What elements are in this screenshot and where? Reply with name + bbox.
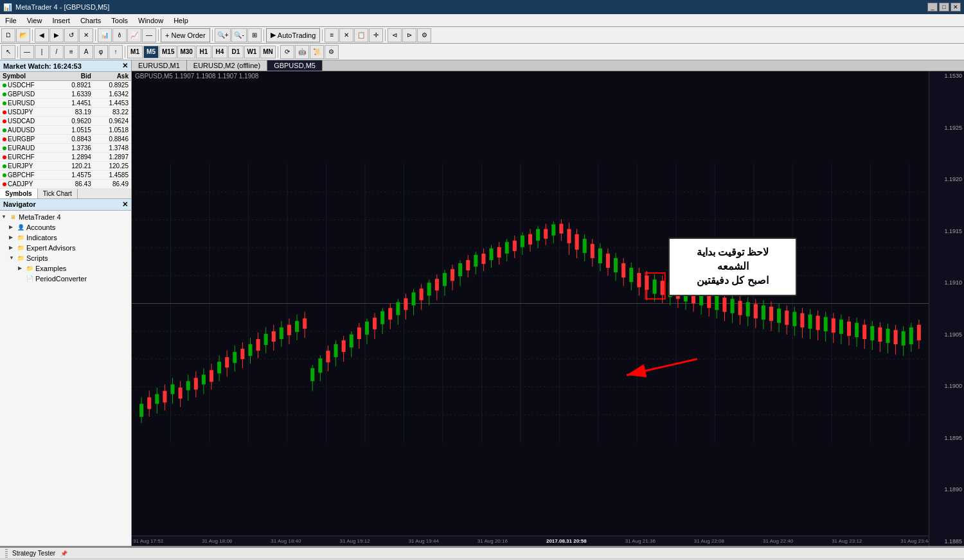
nav-item-indicators[interactable]: ▶ 📁 Indicators (0, 232, 131, 243)
chart-candle[interactable]: 🕯 (112, 28, 127, 42)
chart-line2[interactable]: — (142, 28, 156, 42)
indicators-button[interactable]: ≡ (325, 28, 339, 42)
scroll-right-button[interactable]: ⊳ (402, 28, 416, 42)
maximize-button[interactable]: □ (939, 3, 949, 12)
arrow-button[interactable]: ↑ (109, 45, 123, 59)
market-watch-row[interactable]: CADJPY 86.43 86.49 (0, 180, 131, 189)
menu-file[interactable]: File (0, 15, 22, 26)
annotation-line2: اصبح كل دفيقتين (697, 275, 769, 286)
zoom-in-button[interactable]: 🔍+ (215, 28, 231, 42)
market-watch-row[interactable]: AUDUSD 1.0515 1.0518 (0, 126, 131, 135)
hline-button[interactable]: — (20, 45, 34, 59)
scroll-left-button[interactable]: ⊲ (388, 28, 402, 42)
market-watch-row[interactable]: EURGBP 0.8843 0.8846 (0, 135, 131, 144)
st-pin-icon[interactable]: 📌 (60, 550, 67, 557)
remove-button[interactable]: ✕ (339, 28, 353, 42)
svg-rect-44 (186, 381, 190, 390)
tab-tick-chart[interactable]: Tick Chart (38, 189, 78, 198)
stop-button[interactable]: ✕ (79, 28, 93, 42)
navigator-close[interactable]: ✕ (122, 200, 128, 209)
navigator-title: Navigator (3, 200, 36, 209)
period-w1[interactable]: W1 (244, 46, 260, 58)
cursor-button[interactable]: ↖ (1, 45, 15, 59)
nav-item-accounts[interactable]: ▶ 👤 Accounts (0, 222, 131, 232)
new-button[interactable]: 🗋 (1, 28, 15, 42)
market-watch-row[interactable]: GBPCHF 1.4575 1.4585 (0, 171, 131, 180)
market-watch-row[interactable]: USDJPY 83.19 83.22 (0, 108, 131, 117)
toolbar-1: 🗋 📂 ◀ ▶ ↺ ✕ 📊 🕯 📈 — + New Order 🔍+ 🔍- ⊞ … (0, 27, 964, 44)
nav-item-examples[interactable]: ▶ 📁 Examples (0, 263, 131, 274)
tab-symbols[interactable]: Symbols (0, 189, 38, 198)
period-m15[interactable]: M15 (159, 46, 177, 58)
svg-rect-227 (894, 330, 898, 344)
chart-tab-eurusd-m2[interactable]: EURUSD,M2 (offline) (187, 60, 267, 71)
settings-button2[interactable]: ⚙ (417, 28, 431, 42)
templates-button[interactable]: 📋 (354, 28, 368, 42)
channel-button[interactable]: ≡ (64, 45, 78, 59)
chart-tab-eurusd-m1[interactable]: EURUSD,M1 (132, 60, 187, 71)
nav-item-mt4[interactable]: ▼ 🖥 MetaTrader 4 (0, 212, 131, 222)
menu-view[interactable]: View (22, 15, 48, 26)
auto-trading-button[interactable]: ▶ AutoTrading (266, 28, 321, 42)
market-watch-row[interactable]: EURAUD 1.3736 1.3748 (0, 144, 131, 153)
svg-rect-82 (334, 344, 338, 357)
period-mn[interactable]: MN (260, 46, 276, 58)
price-label-2: 1.1925 (929, 125, 964, 131)
properties-button[interactable]: ⊞ (247, 28, 262, 42)
svg-rect-229 (902, 331, 906, 346)
time-label-9: 31 Aug 22:08 (694, 538, 724, 544)
market-watch-row[interactable]: USDCAD 0.9620 0.9624 (0, 117, 131, 126)
market-watch-row[interactable]: EURUSD 1.4451 1.4453 (0, 99, 131, 108)
price-label-8: 1.1895 (929, 435, 964, 441)
period-m1[interactable]: M1 (127, 46, 143, 58)
folder-icon-scripts: 📁 (16, 254, 25, 263)
period-d1[interactable]: D1 (228, 46, 244, 58)
vline-button[interactable]: | (35, 45, 49, 59)
period-h4[interactable]: H4 (212, 46, 228, 58)
period-m30[interactable]: M30 (177, 46, 195, 58)
nav-item-scripts[interactable]: ▼ 📁 Scripts (0, 253, 131, 263)
tree-arrow-experts: ▶ (9, 245, 15, 251)
reload-button[interactable]: ↺ (64, 28, 78, 42)
chart-tab-gbpusd-m5[interactable]: GBPUSD,M5 (267, 60, 323, 71)
minimize-button[interactable]: _ (927, 3, 938, 12)
chart-line[interactable]: 📈 (127, 28, 141, 42)
menu-tools[interactable]: Tools (106, 15, 133, 26)
nav-item-experts[interactable]: ▶ 📁 Expert Advisors (0, 243, 131, 253)
new-order-button[interactable]: + New Order (161, 28, 210, 42)
sep8 (17, 46, 18, 58)
period-m5[interactable]: M5 (143, 46, 159, 58)
svg-rect-225 (886, 329, 889, 343)
menu-help[interactable]: Help (168, 15, 193, 26)
drag-handle[interactable] (5, 549, 8, 558)
back-button[interactable]: ◀ (35, 28, 49, 42)
scripts-button[interactable]: 📜 (310, 45, 324, 59)
fib-button[interactable]: φ (94, 45, 108, 59)
chart-bar[interactable]: 📊 (98, 28, 112, 42)
menu-insert[interactable]: Insert (47, 15, 75, 26)
zoom-out-button[interactable]: 🔍- (231, 28, 246, 42)
forward-button[interactable]: ▶ (49, 28, 64, 42)
bid-cell: 83.19 (57, 108, 94, 117)
menu-window[interactable]: Window (133, 15, 168, 26)
svg-rect-90 (365, 322, 369, 335)
market-watch-close[interactable]: ✕ (122, 62, 128, 70)
settings-button3[interactable]: ⚙ (325, 45, 339, 59)
market-watch-row[interactable]: GBPUSD 1.6339 1.6342 (0, 90, 131, 99)
text-button[interactable]: A (79, 45, 93, 59)
nav-item-periodconverter[interactable]: ▶ 📄 PeriodConverter (0, 274, 131, 284)
menu-charts[interactable]: Charts (75, 15, 106, 26)
market-watch-row[interactable]: EURCHF 1.2894 1.2897 (0, 153, 131, 162)
close-button[interactable]: ✕ (951, 3, 961, 12)
symbol-cell: AUDUSD (0, 126, 57, 135)
tline-button[interactable]: / (49, 45, 64, 59)
crosshair-button[interactable]: ✛ (369, 28, 383, 42)
script-icon-periodconverter: 📄 (25, 274, 34, 283)
market-watch-row[interactable]: EURJPY 120.21 120.25 (0, 162, 131, 171)
period-h1[interactable]: H1 (196, 46, 211, 58)
expert-button[interactable]: 🤖 (295, 45, 309, 59)
svg-rect-66 (272, 331, 276, 342)
open-button[interactable]: 📂 (16, 28, 30, 42)
market-watch-row[interactable]: USDCHF 0.8921 0.8925 (0, 81, 131, 90)
sync-button[interactable]: ⟳ (280, 45, 294, 59)
